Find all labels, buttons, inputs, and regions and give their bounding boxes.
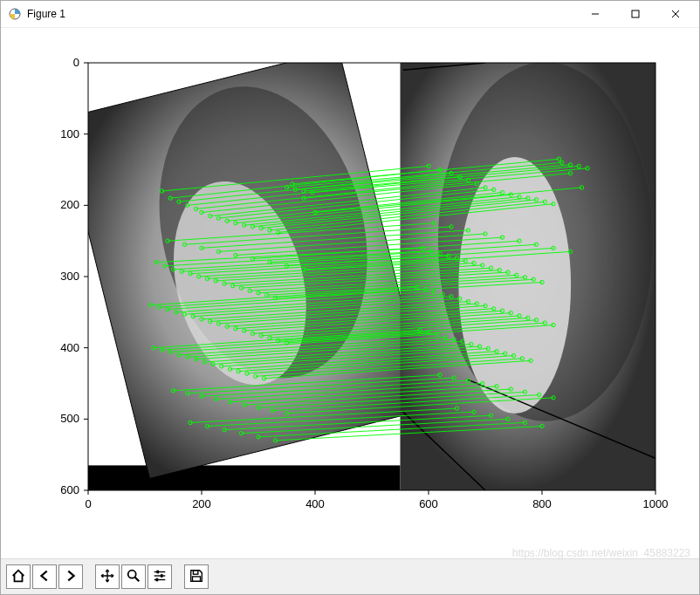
svg-rect-328 [193, 570, 197, 574]
save-button[interactable] [184, 564, 209, 589]
arrow-left-icon [37, 568, 52, 586]
save-icon [189, 568, 204, 586]
svg-text:100: 100 [60, 127, 79, 140]
arrow-right-icon [63, 568, 79, 586]
svg-text:400: 400 [60, 341, 79, 354]
forward-button[interactable] [58, 564, 83, 589]
plot-canvas[interactable]: 020040060080010000100200300400500600 [1, 28, 699, 558]
zoom-icon [126, 568, 141, 586]
svg-text:500: 500 [60, 412, 79, 425]
svg-rect-326 [161, 574, 163, 578]
minimize-button[interactable] [575, 1, 615, 27]
svg-rect-327 [156, 578, 159, 581]
svg-rect-329 [193, 576, 201, 580]
close-button[interactable] [655, 1, 696, 27]
svg-rect-2 [632, 10, 639, 17]
maximize-button[interactable] [615, 1, 655, 27]
svg-rect-7 [88, 465, 401, 490]
titlebar: Figure 1 [1, 1, 699, 28]
sliders-icon [152, 568, 168, 586]
toolbar [1, 558, 699, 594]
svg-text:1000: 1000 [643, 497, 669, 510]
zoom-button[interactable] [121, 564, 146, 589]
svg-rect-325 [156, 570, 159, 573]
app-icon [8, 7, 22, 21]
svg-text:400: 400 [305, 497, 325, 510]
plot-svg: 020040060080010000100200300400500600 [10, 28, 690, 551]
window-title: Figure 1 [27, 8, 65, 20]
svg-line-321 [135, 577, 140, 581]
configure-button[interactable] [148, 564, 172, 589]
svg-text:200: 200 [192, 497, 211, 510]
svg-text:300: 300 [60, 270, 79, 283]
svg-text:600: 600 [60, 483, 79, 496]
svg-text:200: 200 [60, 198, 79, 211]
svg-text:0: 0 [85, 497, 91, 510]
home-button[interactable] [6, 564, 31, 589]
pan-button[interactable] [95, 564, 120, 589]
home-icon [10, 568, 26, 586]
svg-text:800: 800 [532, 497, 552, 510]
back-button[interactable] [32, 564, 57, 589]
figure-window: Figure 1 0200400600800100001002003004005… [0, 0, 700, 595]
svg-text:600: 600 [419, 497, 438, 510]
move-icon [100, 568, 115, 586]
svg-point-320 [128, 570, 136, 578]
svg-text:0: 0 [73, 56, 79, 69]
